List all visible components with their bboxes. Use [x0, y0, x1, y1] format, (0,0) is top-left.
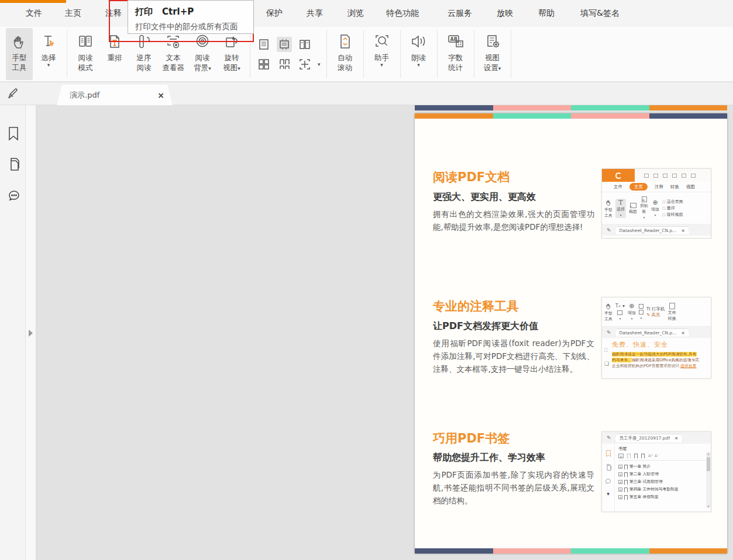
chevron-down-icon: ▾ [47, 63, 50, 67]
pages-panel-icon[interactable] [6, 157, 20, 171]
chevron-down-icon[interactable]: ▾ [318, 62, 321, 67]
mini-titlebar [602, 169, 711, 182]
mini-bookmark-icon-active [605, 450, 612, 457]
print-tooltip: 打印Ctrl+P 打印文件中的部分或所有页面 [128, 0, 254, 34]
word-count-icon: AB [446, 33, 465, 53]
doc-link: 提供批量 [680, 364, 696, 368]
document-tab-bar: 演示.pdf × [0, 82, 733, 105]
single-page-view-button[interactable] [256, 37, 271, 52]
highlighted-text: 福昕阅读器是一款功能强大的PDF阅读软件,具有 [612, 352, 697, 357]
doc-text: 企业和政府机构的PDF查看需求而设计, [612, 364, 680, 368]
page-layout-group: ▾ [254, 27, 323, 81]
word-count-button[interactable]: AB 字数 统计 [442, 28, 469, 80]
continuous-facing-view-button[interactable] [277, 57, 292, 72]
panel-expand-handle[interactable] [29, 330, 33, 337]
menu-share[interactable]: 共享 [307, 8, 323, 19]
foxit-logo [602, 169, 635, 182]
toolbar-separator [326, 30, 327, 78]
menu-features[interactable]: 特色功能 [386, 8, 419, 19]
screenshot-reading-ui: 文件 主页 注释 转换 视图 手型工具 T选择▾ ▵ 截图 ≡ 剪贴板▾ ⊕ [601, 168, 711, 238]
section2-body: 使用福昕PDF阅读器(foxit reader)为PDF文件添加注释,可对PDF… [433, 337, 594, 375]
mini-tab-bar: ✎ 员工手册_20120917.pdf× [602, 432, 711, 444]
mini-rail-more-icon: ▼ [607, 492, 610, 496]
font-size-icons: A⁺ A⁻ [648, 454, 659, 458]
bookmarks-panel-icon[interactable] [6, 126, 20, 140]
menu-fill-sign[interactable]: 填写&签名 [580, 8, 620, 19]
tab-demo-pdf[interactable]: 演示.pdf × [57, 85, 173, 105]
menu-present[interactable]: 放映 [497, 8, 513, 19]
doc-text: 福昕阅读器采用Office风格的选项卡式 [632, 358, 699, 362]
mini-tab-bar: ✎ Datasheet_Reader_CN.p...× [602, 327, 711, 338]
section3-heading: 巧用PDF书签 [433, 430, 510, 447]
mini-menu-bar: 文件 主页 注释 转换 视图 [602, 182, 711, 192]
view-settings-button[interactable]: 视图 设置▾ [479, 28, 506, 80]
mini-pencil-icon: ✎ [607, 227, 611, 233]
continuous-view-button[interactable] [277, 37, 292, 52]
mini-nav-rail: ▼ [602, 444, 615, 511]
hand-icon [11, 33, 27, 53]
mini-document-content: ⎕ ❏ 免费、快速、安全 福昕阅读器是一款功能强大的PDF阅读软件,具有 档与表… [602, 338, 711, 369]
mini-tab-close-icon: × [681, 228, 684, 233]
mini-comments-icon [604, 478, 612, 485]
menu-home[interactable]: 主页 [65, 8, 81, 19]
toolbar-separator [67, 30, 67, 78]
previous-page-stripe [415, 105, 727, 110]
toolbar-separator [511, 30, 511, 78]
mini-menu-convert: 转换 [670, 184, 679, 190]
facing-view-button[interactable] [297, 37, 312, 52]
section2-heading: 专业的注释工具 [433, 298, 519, 314]
annotate-pencil-icon[interactable] [6, 87, 20, 103]
mini-tab-close-icon: × [681, 330, 684, 336]
menu-protect[interactable]: 保护 [266, 8, 283, 19]
section1-subheading: 更强大、更实用、更高效 [433, 191, 536, 203]
mini-toolbar: 手型工具 T选择▾ ▵ 截图 ≡ 剪贴板▾ ⊕ 缩放▾ 适合页面 重排 旋转视图 [602, 192, 711, 224]
mini-toolbar: 手型工具 T⌕ ▾ ▾ ⊕ 缩放▾ ▾ TI 打字机 ✎ 高亮 [602, 298, 711, 327]
auto-scroll-button[interactable]: 自动 滚动 [332, 28, 359, 80]
mini-select-tool: T选择▾ [615, 199, 626, 218]
chevron-down-icon: ▾ [238, 65, 240, 71]
assistant-button[interactable]: 助手 ▾ [369, 28, 395, 80]
split-view-button[interactable] [297, 57, 312, 72]
bookmark-item: +第三章 试用期管理 [618, 478, 710, 486]
toolbar-separator [437, 30, 438, 78]
mini-pencil-icon: ✎ [607, 330, 611, 336]
mini-pencil-icon: ✎ [607, 435, 611, 441]
chevron-down-icon: ▾ [208, 65, 211, 71]
mini-scrollbar: ∧∨ [706, 452, 711, 508]
mini-zoom-tool: ⊕ 缩放▾ [628, 303, 636, 321]
hand-tool-button[interactable]: 手型 工具 [6, 28, 33, 80]
tooltip-description: 打印文件中的部分或所有页面 [135, 22, 246, 32]
view-settings-icon [483, 33, 502, 53]
mini-quick-access-icons [644, 174, 696, 178]
read-aloud-button[interactable]: 朗读 ▾ [405, 28, 432, 80]
bookmarks-panel-title: 书签 [618, 446, 710, 452]
mini-pages-icon [605, 464, 612, 471]
tab-close-icon[interactable]: × [157, 91, 164, 100]
mini-snapshot-tool: ▵ 截图 [629, 203, 637, 214]
facing-grid-view-button[interactable] [256, 57, 271, 72]
mini-tab-title: 员工手册_20120917.pdf [620, 435, 670, 441]
bookmark-item: +第二章 入职管理 [618, 471, 710, 478]
pdf-page: 阅读PDF文档 更强大、更实用、更高效 拥有出色的文档渲染效果,强大的页面管理功… [415, 113, 727, 554]
mini-menu-file: 文件 [614, 184, 622, 190]
chevron-down-icon: ▾ [380, 63, 383, 67]
mini-tab-title: Datasheet_Reader_CN.p... [620, 228, 677, 233]
mini-tab-bar: ✎ Datasheet_Reader_CN.p...× [602, 224, 711, 236]
screenshot-bookmarks-ui: ✎ 员工手册_20120917.pdf× ▼ 书签 ≡ A⁺ A⁻ +第一章 简… [601, 431, 711, 512]
menu-browse[interactable]: 浏览 [347, 8, 364, 19]
auto-scroll-icon [337, 33, 353, 53]
select-text-icon [40, 33, 57, 53]
navigation-rail [0, 105, 26, 560]
menu-file[interactable]: 文件 [26, 8, 42, 19]
tab-title: 演示.pdf [70, 90, 157, 101]
comments-panel-icon[interactable] [6, 188, 20, 202]
chevron-down-icon: ▾ [498, 65, 501, 71]
menu-help[interactable]: 帮助 [538, 8, 555, 19]
mini-page-tools: ▾ [639, 304, 643, 320]
menu-cloud[interactable]: 云服务 [448, 8, 472, 19]
read-mode-button[interactable]: 阅读 模式 [72, 28, 99, 80]
window-accent-strip [0, 0, 66, 3]
select-tool-button[interactable]: 选择 ▾ [35, 28, 62, 80]
mini-menu-view: 视图 [686, 184, 695, 190]
mini-nav-rail: ⎕ ❏ [604, 340, 609, 369]
